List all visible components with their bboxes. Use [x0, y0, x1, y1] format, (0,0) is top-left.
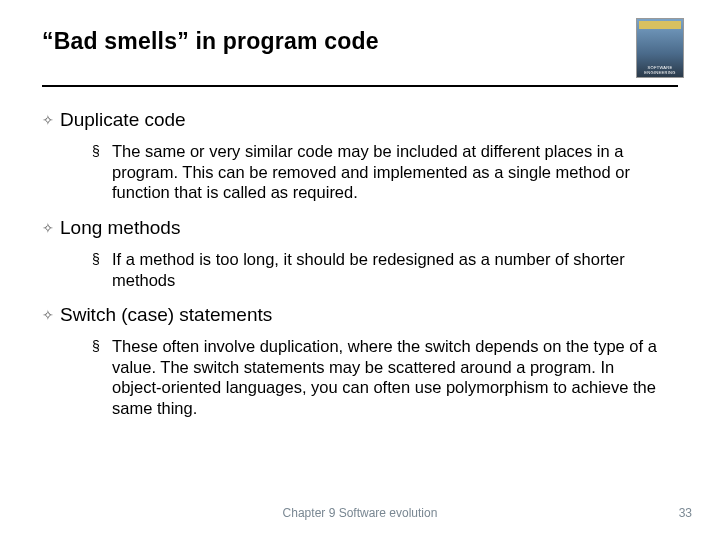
square-bullet-icon [92, 336, 112, 358]
bullet-level-2: These often involve duplication, where t… [42, 336, 670, 419]
book-cover-label: SOFTWARE ENGINEERING [639, 65, 681, 75]
footer-chapter: Chapter 9 Software evolution [0, 506, 720, 520]
slide: “Bad smells” in program code SOFTWARE EN… [0, 0, 720, 540]
section-body: If a method is too long, it should be re… [112, 249, 670, 290]
bullet-level-2: If a method is too long, it should be re… [42, 249, 670, 290]
slide-title: “Bad smells” in program code [42, 28, 678, 55]
section-body: The same or very similar code may be inc… [112, 141, 670, 203]
body-text-content: These often involve duplication, where t… [112, 337, 657, 417]
square-bullet-icon [92, 249, 112, 271]
section-heading: Duplicate code [60, 109, 186, 131]
section-body: These often involve duplication, where t… [112, 336, 670, 419]
section-heading: Switch (case) statements [60, 304, 272, 326]
diamond-bullet-icon [42, 109, 60, 131]
book-cover-image: SOFTWARE ENGINEERING [636, 18, 684, 78]
bullet-level-2: The same or very similar code may be inc… [42, 141, 670, 203]
square-bullet-icon [92, 141, 112, 163]
diamond-bullet-icon [42, 304, 60, 326]
diamond-bullet-icon [42, 217, 60, 239]
slide-header: “Bad smells” in program code SOFTWARE EN… [42, 28, 678, 87]
section-switch-statements: Switch (case) statements These often inv… [42, 304, 670, 419]
body-text-content: If a method is too long, it should be re… [112, 250, 625, 289]
section-duplicate-code: Duplicate code The same or very similar … [42, 109, 670, 203]
footer-page-number: 33 [679, 506, 692, 520]
section-long-methods: Long methods If a method is too long, it… [42, 217, 670, 290]
bullet-level-1: Switch (case) statements [42, 304, 670, 326]
bullet-level-1: Long methods [42, 217, 670, 239]
slide-content: Duplicate code The same or very similar … [42, 109, 678, 419]
bullet-level-1: Duplicate code [42, 109, 670, 131]
section-heading: Long methods [60, 217, 180, 239]
body-text-content: The same or very similar code may be inc… [112, 142, 630, 201]
